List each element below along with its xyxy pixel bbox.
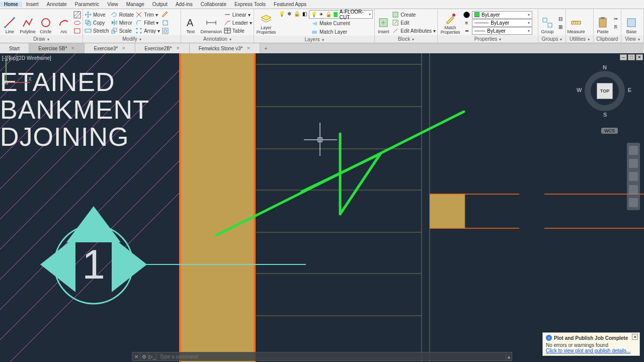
- info-icon: i: [546, 335, 552, 341]
- lock-icon: 🔓: [326, 12, 332, 17]
- measure-button[interactable]: Measure: [568, 10, 585, 34]
- layer-lock-icon[interactable]: 🔒: [293, 10, 300, 18]
- match-layer-button[interactable]: Match Layer: [311, 28, 373, 36]
- close-notification-icon[interactable]: ✕: [632, 334, 638, 340]
- linetype-icon[interactable]: ≡: [463, 19, 470, 27]
- erase-icon[interactable]: [162, 11, 169, 19]
- tab-exercise2b[interactable]: Exercise2B*✕: [135, 43, 189, 53]
- base-button[interactable]: Base: [623, 10, 640, 34]
- polyline-button[interactable]: Polyline: [20, 10, 36, 34]
- menu-collaborate[interactable]: Collaborate: [197, 2, 230, 7]
- svg-marker-81: [40, 237, 75, 292]
- menu-view[interactable]: View: [103, 2, 122, 7]
- circle-button[interactable]: Circle: [38, 10, 54, 34]
- paste-button[interactable]: Paste: [595, 10, 610, 34]
- showmotion-icon[interactable]: [629, 198, 638, 207]
- menu-insert[interactable]: Insert: [22, 2, 43, 7]
- zoom-extents-icon[interactable]: [629, 172, 638, 181]
- svg-point-3: [42, 19, 50, 27]
- layer-properties-button[interactable]: Layer Properties: [256, 10, 277, 34]
- hatch-icon[interactable]: [73, 11, 81, 19]
- group-button[interactable]: Group: [540, 10, 555, 34]
- offset-icon[interactable]: [162, 27, 169, 35]
- insert-button[interactable]: Insert: [376, 10, 390, 34]
- layer-off-icon[interactable]: 💡: [278, 10, 285, 18]
- fillet-button[interactable]: Fillet ▾: [135, 19, 160, 27]
- array-button[interactable]: Array ▾: [135, 27, 160, 35]
- wcs-label[interactable]: WCS: [601, 128, 618, 134]
- cmd-history-icon[interactable]: ▴: [506, 352, 512, 360]
- tab-exercise3[interactable]: Exercise3*✕: [85, 43, 135, 53]
- menu-home[interactable]: Home: [0, 2, 22, 7]
- tab-start[interactable]: Start: [0, 43, 29, 53]
- copy-button[interactable]: Copy: [85, 19, 109, 27]
- stretch-button[interactable]: Stretch: [85, 27, 109, 35]
- steering-wheel-icon[interactable]: [629, 146, 638, 155]
- leader-button[interactable]: Leader ▾: [224, 19, 252, 27]
- drawing-canvas[interactable]: [-][Top][2D Wireframe] ─ □ ✕: [0, 53, 644, 362]
- menu-parametric[interactable]: Parametric: [71, 2, 103, 7]
- close-icon[interactable]: ✕: [176, 46, 180, 51]
- rotate-button[interactable]: Rotate: [111, 11, 134, 19]
- arc-button[interactable]: Arc: [55, 10, 72, 34]
- ungroup-icon[interactable]: ⊟: [556, 15, 564, 23]
- svg-rect-18: [163, 21, 168, 25]
- edit-attributes-button[interactable]: Edit Attributes ▾: [392, 27, 436, 35]
- callout-number: 1: [82, 241, 105, 287]
- tab-exercise5b[interactable]: Exercise 5B*✕: [29, 43, 85, 53]
- command-input[interactable]: [156, 354, 506, 359]
- color-selector[interactable]: ByLayer: [472, 11, 532, 19]
- trim-button[interactable]: Trim ▾: [135, 11, 160, 19]
- view-cube[interactable]: TOP N S E W: [580, 66, 630, 116]
- explode-icon[interactable]: [162, 19, 169, 27]
- edit-block-button[interactable]: Edit: [392, 19, 436, 27]
- viewcube-top-face[interactable]: TOP: [597, 83, 613, 99]
- scale-button[interactable]: Scale: [111, 27, 134, 35]
- menu-output[interactable]: Output: [148, 2, 172, 7]
- svg-line-56: [10, 171, 201, 362]
- menu-manage[interactable]: Manage: [122, 2, 148, 7]
- color-wheel-icon[interactable]: [463, 11, 470, 19]
- match-properties-button[interactable]: Match Properties: [439, 10, 461, 34]
- menu-featured[interactable]: Featured Apps: [270, 2, 310, 7]
- move-button[interactable]: Move: [85, 11, 109, 19]
- rectangle-icon[interactable]: [73, 27, 81, 35]
- ellipse-icon[interactable]: [73, 19, 81, 27]
- mirror-button[interactable]: Mirror: [111, 19, 134, 27]
- close-icon[interactable]: ✕: [247, 46, 251, 51]
- add-tab-button[interactable]: +: [260, 43, 271, 53]
- close-icon[interactable]: ✕: [71, 46, 75, 51]
- close-cmdline-icon[interactable]: ✕: [132, 352, 140, 360]
- pan-icon[interactable]: [629, 159, 638, 168]
- group-edit-icon[interactable]: ⊞: [556, 23, 564, 31]
- layer-freeze-icon[interactable]: ❄: [286, 10, 292, 18]
- copy-clip-icon[interactable]: ⎘: [612, 23, 619, 31]
- table-button[interactable]: Table: [224, 27, 252, 35]
- panel-properties: Match Properties ≡ ━ ByLayer ────ByLayer…: [438, 9, 538, 43]
- customize-cmdline-icon[interactable]: ⚙: [140, 352, 148, 360]
- menu-bar: Home Insert Annotate Parametric View Man…: [0, 0, 644, 9]
- plot-details-link[interactable]: Click to view plot and publish details..…: [546, 348, 630, 353]
- linetype-selector[interactable]: ────ByLayer: [472, 19, 532, 27]
- cut-icon[interactable]: ✂: [612, 15, 619, 23]
- svg-marker-80: [66, 206, 121, 242]
- line-button[interactable]: Line: [2, 10, 18, 34]
- menu-express[interactable]: Express Tools: [230, 2, 270, 7]
- close-icon[interactable]: ✕: [122, 46, 126, 51]
- command-line[interactable]: ✕ ⚙ ▷_ ▴: [132, 352, 512, 361]
- layer-iso-icon[interactable]: ◧: [301, 10, 308, 18]
- linear-button[interactable]: Linear ▾: [224, 11, 252, 19]
- tab-fenwicks[interactable]: Fenwicks Stone v3*✕: [190, 43, 261, 53]
- create-block-button[interactable]: Create: [392, 11, 436, 19]
- make-current-button[interactable]: Make Current: [311, 20, 373, 27]
- svg-rect-43: [601, 17, 605, 19]
- layer-selector[interactable]: 💡 ☀ 🔓 A-FLOOR-CUT: [309, 10, 373, 19]
- orbit-icon[interactable]: [629, 185, 638, 194]
- lineweight-icon[interactable]: ━: [463, 27, 470, 35]
- menu-addins[interactable]: Add-ins: [172, 2, 197, 7]
- text-button[interactable]: A Text: [183, 10, 198, 34]
- dimension-button[interactable]: Dimension: [200, 10, 222, 34]
- menu-annotate[interactable]: Annotate: [43, 2, 71, 7]
- lineweight-selector[interactable]: ───ByLayer: [472, 27, 532, 35]
- navigation-bar[interactable]: [627, 143, 640, 210]
